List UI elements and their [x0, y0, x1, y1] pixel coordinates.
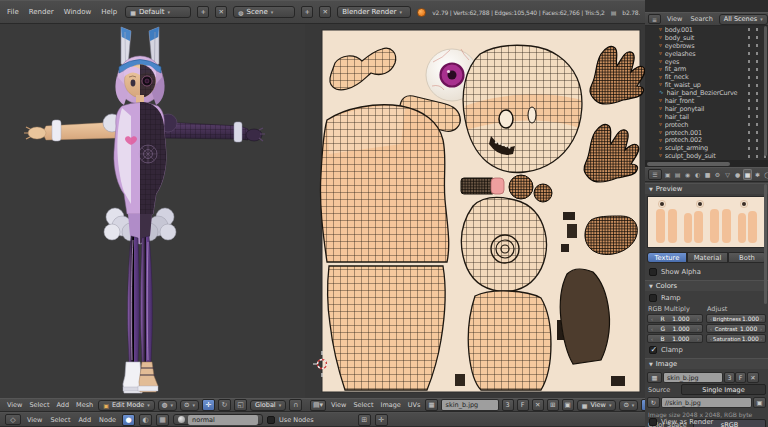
tab-particles-icon[interactable]: ✱: [753, 169, 762, 180]
manipulator-rotate-button[interactable]: ↻: [218, 399, 231, 411]
outliner-item[interactable]: ∿hair_band_BezierCurve: [645, 89, 768, 97]
outliner-item[interactable]: ▿protech.001: [645, 129, 768, 137]
manipulator-scale-button[interactable]: ◱: [234, 399, 247, 411]
mode-dropdown[interactable]: ▣ Edit Mode ▾: [98, 400, 155, 411]
node-menu-node[interactable]: Node: [97, 416, 118, 424]
outliner-scope-dropdown[interactable]: All Scenes ▾: [719, 14, 768, 25]
outliner-item[interactable]: ▿sculpt_body_suit: [645, 152, 768, 160]
manipulator-translate-button[interactable]: ✛: [202, 399, 215, 411]
outliner-item[interactable]: ▿eyebrows: [645, 42, 768, 50]
compositing-nodes-button[interactable]: ◐: [139, 414, 152, 426]
outliner-editor-icon[interactable]: ≡: [648, 14, 661, 24]
outliner-item[interactable]: ▿hair_tail: [645, 113, 768, 121]
g-slider[interactable]: ‹G1.000›: [647, 324, 703, 333]
menu-window[interactable]: Window: [62, 8, 94, 16]
tab-physics-icon[interactable]: ◯: [763, 169, 768, 180]
tab-texture-icon[interactable]: ▦: [743, 169, 752, 180]
fake-user-button[interactable]: F: [735, 372, 746, 383]
render-engine-dropdown[interactable]: Blender Render ▾: [337, 6, 411, 18]
outliner-scrollbar[interactable]: [764, 26, 767, 156]
uv-editor-type-icon[interactable]: ▤▾: [310, 400, 326, 411]
uv-menu-uvs[interactable]: UVs: [406, 401, 423, 409]
scene-delete-button[interactable]: ✕: [319, 6, 331, 18]
image-browse-icon[interactable]: ▦: [425, 399, 437, 411]
outliner-item[interactable]: ▿body_suit: [645, 34, 768, 42]
uv-pivot-dropdown[interactable]: ⊙▾: [619, 400, 638, 411]
outliner-item[interactable]: ▿fit_arm: [645, 65, 768, 73]
shader-nodes-button[interactable]: ●: [122, 414, 135, 426]
uv-menu-image[interactable]: Image: [379, 401, 403, 409]
menu-help[interactable]: Help: [99, 8, 119, 16]
use-nodes-checkbox[interactable]: [267, 416, 275, 424]
uv-image-editor[interactable]: [305, 24, 645, 398]
view-as-render-checkbox[interactable]: View as Render: [649, 418, 713, 426]
tab-object-icon[interactable]: ■: [703, 169, 712, 180]
image-panel-header[interactable]: ▼ Image: [645, 358, 768, 369]
outliner-item[interactable]: ▿fit_waist_up: [645, 81, 768, 89]
preview-both-button[interactable]: Both: [728, 252, 766, 263]
node-menu-view[interactable]: View: [25, 416, 44, 424]
scene-dropdown[interactable]: ◍ Scene ▾: [233, 6, 295, 18]
image-users-button[interactable]: 3: [724, 372, 735, 383]
node-material-dropdown[interactable]: normal: [173, 414, 263, 425]
v3d-menu-view[interactable]: View: [5, 401, 24, 409]
material-name-field[interactable]: normal: [188, 415, 258, 425]
uv-image-users-button[interactable]: 3: [502, 399, 514, 411]
layout-add-button[interactable]: +: [197, 6, 209, 18]
ramp-checkbox[interactable]: Ramp: [649, 294, 681, 302]
image-name-field[interactable]: skin_b.jpg: [663, 372, 723, 383]
layout-delete-button[interactable]: ✕: [215, 6, 227, 18]
outliner-item[interactable]: ▿hair_ponytail: [645, 105, 768, 113]
image-browse-icon[interactable]: ▦: [647, 372, 662, 383]
uv-fake-user-button[interactable]: F: [517, 399, 529, 411]
node-snap-button[interactable]: ⊞: [358, 414, 371, 426]
properties-editor-icon[interactable]: ☰: [648, 169, 662, 180]
uv-menu-select[interactable]: Select: [351, 401, 375, 409]
node-editor-type-icon[interactable]: ◇: [5, 414, 21, 425]
outliner-item[interactable]: ▿sculpt_arming: [645, 144, 768, 152]
tab-scene-icon[interactable]: ◉: [683, 169, 692, 180]
source-dropdown[interactable]: Single Image: [681, 384, 766, 395]
v3d-menu-select[interactable]: Select: [27, 401, 51, 409]
orientation-dropdown[interactable]: Global ▾: [250, 400, 286, 411]
filepath-field[interactable]: //skin_b.jpg: [661, 397, 752, 408]
outliner-menu-view[interactable]: View: [665, 15, 684, 23]
3d-viewport[interactable]: [0, 24, 305, 398]
uv-unlink-button[interactable]: ✕: [532, 399, 544, 411]
uv-menu-view[interactable]: View: [329, 401, 348, 409]
open-file-icon[interactable]: ▣: [753, 397, 766, 408]
outliner-item[interactable]: ▿eyes: [645, 58, 768, 66]
reload-image-icon[interactable]: ↻: [647, 397, 660, 408]
outliner-item[interactable]: ▿fit_neck: [645, 73, 768, 81]
tab-world-icon[interactable]: ◐: [693, 169, 702, 180]
tab-render-layers-icon[interactable]: ▤: [673, 169, 682, 180]
brightness-slider[interactable]: ‹Brightness1.000›: [706, 314, 766, 323]
contrast-slider[interactable]: ‹Contrast1.000›: [706, 324, 766, 333]
menu-render[interactable]: Render: [27, 8, 56, 16]
menu-file[interactable]: File: [5, 8, 21, 16]
node-menu-add[interactable]: Add: [77, 416, 94, 424]
outliner-hscrollbar[interactable]: [645, 160, 768, 167]
clamp-checkbox[interactable]: Clamp: [649, 346, 683, 354]
tab-render-icon[interactable]: ▣: [663, 169, 672, 180]
preview-texture-button[interactable]: Texture: [647, 252, 687, 263]
v3d-menu-add[interactable]: Add: [55, 401, 72, 409]
scene-add-button[interactable]: +: [301, 6, 313, 18]
v3d-menu-mesh[interactable]: Mesh: [74, 401, 95, 409]
uv-image-name-field[interactable]: skin_b.jpg: [441, 399, 499, 411]
texture-nodes-button[interactable]: ▦: [156, 414, 169, 426]
colors-panel-header[interactable]: ▼ Colors: [645, 280, 768, 291]
snap-magnet-button[interactable]: ∩: [289, 399, 302, 411]
outliner-item[interactable]: ▿protech: [645, 121, 768, 129]
saturation-slider[interactable]: ‹Saturation1.000›: [706, 334, 766, 343]
outliner-item[interactable]: ▿body.001: [645, 26, 768, 34]
outliner-menu-search[interactable]: Search: [688, 15, 714, 23]
node-manipulator-button[interactable]: ✛: [375, 414, 388, 426]
uv-vertex-select-button[interactable]: •: [641, 399, 645, 411]
preview-material-button[interactable]: Material: [687, 252, 728, 263]
b-slider[interactable]: ‹B1.000›: [647, 334, 703, 343]
unlink-image-button[interactable]: ✕: [747, 372, 759, 383]
r-slider[interactable]: ‹R1.000›: [647, 314, 703, 323]
shading-dropdown[interactable]: ◍▾: [158, 400, 177, 411]
outliner-item[interactable]: ▿hair_front: [645, 97, 768, 105]
